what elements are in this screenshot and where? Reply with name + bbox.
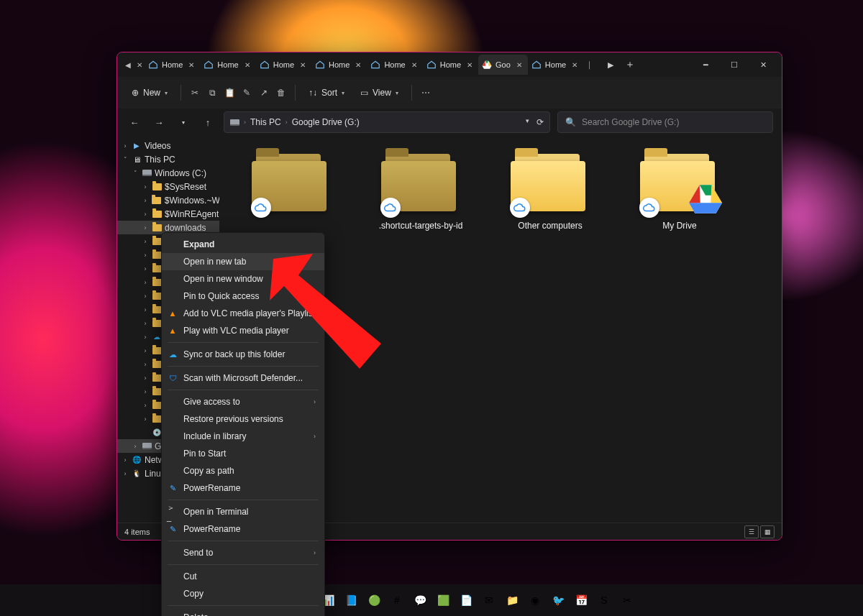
tree-twisty[interactable]: › [142,361,149,368]
taskbar-calendar-icon[interactable]: 📅 [572,591,590,610]
tree-twisty[interactable]: › [142,320,149,327]
tree-twisty[interactable]: › [142,197,149,204]
paste-icon[interactable]: 📋 [223,86,236,99]
tab-close[interactable]: ✕ [242,61,252,69]
tree-twisty[interactable]: › [142,293,149,300]
folder-item-1[interactable]: .shortcut-targets-by-id [370,150,471,231]
rename-icon[interactable]: ✎ [240,86,253,99]
tree-twisty[interactable]: › [142,415,149,423]
icons-view-button[interactable]: ▦ [760,525,775,538]
taskbar-twitter-icon[interactable]: 🐦 [549,591,567,610]
new-button[interactable]: ⊕ New ▾ [126,85,173,101]
taskbar-whatsapp-icon[interactable]: 🟩 [434,591,452,610]
minimize-button[interactable]: ━ [691,52,720,77]
tree-twisty[interactable]: › [142,211,149,218]
tab-close[interactable]: ✕ [409,61,419,69]
context-item-copy-as-path[interactable]: Copy as path [162,462,324,479]
taskbar-mail-icon[interactable]: ✉ [480,591,498,610]
details-view-button[interactable]: ☰ [744,525,759,538]
taskbar-chrome-icon[interactable]: ◉ [526,591,544,610]
tree-twisty[interactable]: › [142,388,149,395]
tab-close[interactable]: ✕ [353,61,363,69]
tree-twisty[interactable]: › [142,265,149,272]
tree-node-$WinREAgent[interactable]: ›$WinREAgent [117,207,219,221]
tab-history-back[interactable]: ⎸ [586,59,599,71]
tab-close[interactable]: ✕ [465,61,475,69]
address-dropdown[interactable]: ▾ [526,117,529,127]
tree-twisty[interactable]: › [142,347,149,354]
tree-node-This PC[interactable]: ˅🖥This PC [117,152,219,166]
folder-item-0[interactable] [241,150,342,221]
context-item-pin-to-start[interactable]: Pin to Start [162,445,324,462]
context-item-scan-with-microsoft-defender-[interactable]: 🛡Scan with Microsoft Defender... [162,369,324,387]
address-bar[interactable]: › This PC › Google Drive (G:) ▾ ⟳ [224,111,550,133]
tree-twisty[interactable]: › [142,279,149,286]
tree-twisty[interactable]: ˅ [122,156,129,163]
tab-history-fwd[interactable]: ▶ [605,59,616,71]
tree-twisty[interactable]: › [142,374,149,382]
tree-twisty[interactable]: › [122,456,129,464]
tree-twisty[interactable]: › [142,334,149,341]
context-item-powerrename[interactable]: ✎PowerRename [162,520,324,538]
tab-close[interactable]: ✕ [570,61,580,69]
more-button[interactable]: ⋯ [419,86,432,99]
context-item-restore-previous-versions[interactable]: Restore previous versions [162,410,324,428]
breadcrumb-current[interactable]: Google Drive (G:) [292,117,360,127]
context-item-copy[interactable]: Copy [162,585,324,602]
tab-close-all[interactable]: ✕ [134,61,145,69]
tab-0[interactable]: Home✕ [145,55,200,75]
tab-2[interactable]: Home✕ [256,55,311,75]
tree-twisty[interactable]: › [142,306,149,313]
taskbar-publisher-icon[interactable]: 📘 [342,591,360,610]
context-item-delete[interactable]: Delete [162,609,324,616]
tree-twisty[interactable]: › [122,142,129,150]
context-item-open-in-new-window[interactable]: Open in new window [162,270,324,288]
tab-1[interactable]: Home✕ [200,55,255,75]
up-button[interactable]: ↑ [199,114,216,131]
taskbar-spotify-icon[interactable]: 🟢 [365,591,383,610]
copy-icon[interactable]: ⧉ [206,86,219,99]
share-icon[interactable]: ↗ [257,86,270,99]
context-item-add-to-vlc-media-player-s-playlist[interactable]: ▲Add to VLC media player's Playlist [162,305,324,322]
context-item-give-access-to[interactable]: Give access to› [162,393,324,410]
recent-button[interactable]: ▾ [175,114,192,131]
taskbar-snip-icon[interactable]: ✂ [618,591,636,610]
taskbar-skype-icon[interactable]: S [595,591,613,610]
cut-icon[interactable]: ✂ [188,86,201,99]
forward-button[interactable]: → [150,114,168,131]
context-item-expand[interactable]: Expand [162,236,324,253]
tree-twisty[interactable]: › [132,443,139,450]
context-item-pin-to-quick-access[interactable]: Pin to Quick access [162,288,324,305]
tree-node-Videos[interactable]: ›▶Videos [117,139,219,152]
taskbar-messenger-icon[interactable]: 💬 [411,591,429,610]
tab-close[interactable]: ✕ [514,61,524,69]
delete-icon[interactable]: 🗑 [275,86,288,99]
folder-item-3[interactable]: My Drive [629,150,730,231]
refresh-button[interactable]: ⟳ [536,117,544,127]
tree-twisty[interactable]: › [142,238,149,245]
new-tab-button[interactable]: ＋ [622,57,638,73]
context-item-include-in-library[interactable]: Include in library› [162,428,324,445]
search-input[interactable]: 🔍 Search Google Drive (G:) [557,111,773,133]
view-button[interactable]: ▭ View ▾ [355,85,404,101]
folder-item-2[interactable]: Other computers [500,150,601,231]
tree-node-Windows (C:)[interactable]: ˅Windows (C:) [117,166,219,180]
close-button[interactable]: ✕ [749,52,777,77]
taskbar-word-icon[interactable]: 📄 [457,591,475,610]
maximize-button[interactable]: ☐ [720,52,749,77]
tree-twisty[interactable]: › [142,224,149,231]
back-button[interactable]: ← [126,114,143,131]
tab-scroll-left[interactable]: ◀ [122,61,134,69]
tab-5[interactable]: Home✕ [423,55,478,75]
tree-node-$SysReset[interactable]: ›$SysReset [117,180,219,193]
tab-6[interactable]: Goo✕ [478,55,528,75]
tab-3[interactable]: Home✕ [311,55,367,75]
taskbar-slack-icon[interactable]: # [388,591,406,610]
tree-twisty[interactable]: › [142,252,149,259]
tree-twisty[interactable]: › [122,470,129,477]
context-item-powerrename[interactable]: ✎PowerRename [162,479,324,497]
tree-node-$Windows.~W[interactable]: ›$Windows.~W [117,193,219,207]
sort-button[interactable]: ↑↓ Sort ▾ [303,85,350,101]
tree-twisty[interactable]: › [142,402,149,409]
tab-7[interactable]: Home✕ [528,55,583,75]
